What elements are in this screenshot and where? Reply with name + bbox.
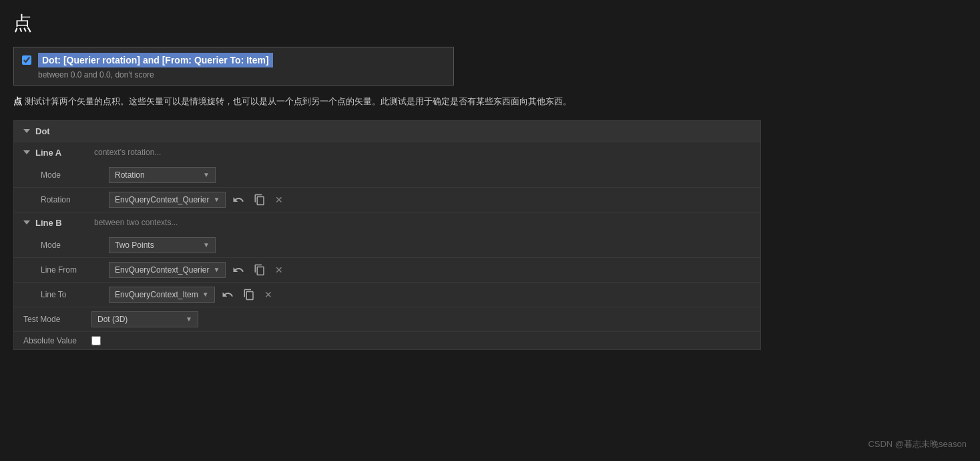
line-a-undo-button[interactable] xyxy=(230,192,247,207)
line-b-mode-value: Two Points xyxy=(115,241,154,250)
selected-card: Dot: [Querier rotation] and [From: Queri… xyxy=(13,47,454,86)
line-a-rotation-controls: EnvQueryContext_Querier ▼ ✕ xyxy=(109,192,286,208)
line-b-to-undo-icon xyxy=(222,289,234,301)
line-a-rotation-label: Rotation xyxy=(41,195,101,204)
description-prefix: 点 xyxy=(13,96,22,106)
line-b-from-controls: EnvQueryContext_Querier ▼ ✕ xyxy=(109,262,286,278)
line-a-undo-icon xyxy=(232,194,244,206)
page-title: 点 xyxy=(13,11,967,36)
line-b-to-copy-icon xyxy=(243,289,255,301)
line-a-close-button[interactable]: ✕ xyxy=(272,193,286,206)
line-b-mode-row: Mode Two Points ▼ xyxy=(14,233,760,258)
description-body: 测试计算两个矢量的点积。这些矢量可以是情境旋转，也可以是从一个点到另一个点的矢量… xyxy=(22,96,571,106)
line-b-to-arrow: ▼ xyxy=(202,291,209,298)
line-a-section: Line A context's rotation... Mode Rotati… xyxy=(14,142,760,212)
line-b-to-close-button[interactable]: ✕ xyxy=(262,288,275,301)
line-a-mode-label: Mode xyxy=(41,170,101,180)
line-b-to-label: Line To xyxy=(41,290,101,299)
line-b-to-undo-button[interactable] xyxy=(219,287,236,302)
line-a-mode-controls: Rotation ▼ xyxy=(109,167,216,183)
line-b-to-dropdown[interactable]: EnvQueryContext_Item ▼ xyxy=(109,287,215,303)
watermark: CSDN @暮志未晚season xyxy=(868,438,967,450)
line-a-copy-icon xyxy=(254,194,266,206)
line-b-collapse-icon[interactable] xyxy=(23,220,30,224)
line-b-description: between two contexts... xyxy=(94,218,178,227)
line-b-from-copy-icon xyxy=(254,264,266,276)
line-a-mode-dropdown[interactable]: Rotation ▼ xyxy=(109,167,216,183)
line-b-header: Line B between two contexts... xyxy=(14,212,760,233)
line-b-from-undo-icon xyxy=(232,264,244,276)
line-a-rotation-dropdown[interactable]: EnvQueryContext_Querier ▼ xyxy=(109,192,226,208)
line-a-collapse-icon[interactable] xyxy=(23,150,30,154)
panel-collapse-icon[interactable] xyxy=(23,129,30,133)
line-a-rotation-row: Rotation EnvQueryContext_Querier ▼ xyxy=(14,188,760,212)
line-b-to-copy-button[interactable] xyxy=(240,287,258,302)
line-a-header: Line A context's rotation... xyxy=(14,142,760,163)
card-checkbox[interactable] xyxy=(22,55,31,65)
line-b-from-label: Line From xyxy=(41,265,101,275)
line-b-from-undo-button[interactable] xyxy=(230,263,247,277)
line-a-rotation-arrow: ▼ xyxy=(213,196,220,203)
line-b-label: Line B xyxy=(35,218,89,228)
line-b-from-copy-button[interactable] xyxy=(251,263,268,277)
line-b-mode-controls: Two Points ▼ xyxy=(109,237,216,253)
card-title: Dot: [Querier rotation] and [From: Queri… xyxy=(38,53,273,67)
line-b-mode-dropdown[interactable]: Two Points ▼ xyxy=(109,237,216,253)
line-a-mode-value: Rotation xyxy=(115,170,145,180)
panel-header: Dot xyxy=(14,121,760,142)
line-b-to-row: Line To EnvQueryContext_Item ▼ xyxy=(14,283,760,307)
test-mode-arrow: ▼ xyxy=(186,315,192,323)
test-mode-row: Test Mode Dot (3D) ▼ xyxy=(14,307,760,332)
absolute-value-checkbox[interactable] xyxy=(91,336,101,345)
description: 点 测试计算两个矢量的点积。这些矢量可以是情境旋转，也可以是从一个点到另一个点的… xyxy=(13,95,967,108)
panel-header-label: Dot xyxy=(35,126,50,136)
line-a-rotation-value: EnvQueryContext_Querier xyxy=(115,195,209,204)
line-b-mode-arrow: ▼ xyxy=(203,241,210,249)
absolute-value-row: Absolute Value xyxy=(14,332,760,349)
line-b-from-row: Line From EnvQueryContext_Querier ▼ xyxy=(14,258,760,283)
line-b-to-controls: EnvQueryContext_Item ▼ ✕ xyxy=(109,287,275,303)
line-a-mode-arrow: ▼ xyxy=(203,171,210,178)
line-b-from-arrow: ▼ xyxy=(213,266,220,273)
line-a-mode-row: Mode Rotation ▼ xyxy=(14,163,760,188)
line-a-label: Line A xyxy=(35,148,89,158)
test-mode-label: Test Mode xyxy=(23,315,83,324)
line-a-copy-button[interactable] xyxy=(251,192,268,207)
test-mode-value: Dot (3D) xyxy=(97,315,128,324)
line-b-section: Line B between two contexts... Mode Two … xyxy=(14,212,760,307)
line-b-to-value: EnvQueryContext_Item xyxy=(115,290,198,299)
line-b-from-dropdown[interactable]: EnvQueryContext_Querier ▼ xyxy=(109,262,226,278)
card-subtitle: between 0.0 and 0.0, don't score xyxy=(38,70,445,80)
line-b-from-value: EnvQueryContext_Querier xyxy=(115,265,209,275)
line-b-from-close-button[interactable]: ✕ xyxy=(272,263,286,277)
test-mode-dropdown[interactable]: Dot (3D) ▼ xyxy=(91,311,198,327)
line-b-mode-label: Mode xyxy=(41,241,101,250)
dot-panel: Dot Line A context's rotation... Mode Ro… xyxy=(13,120,761,350)
line-a-description: context's rotation... xyxy=(94,148,161,157)
absolute-value-label: Absolute Value xyxy=(23,336,83,345)
